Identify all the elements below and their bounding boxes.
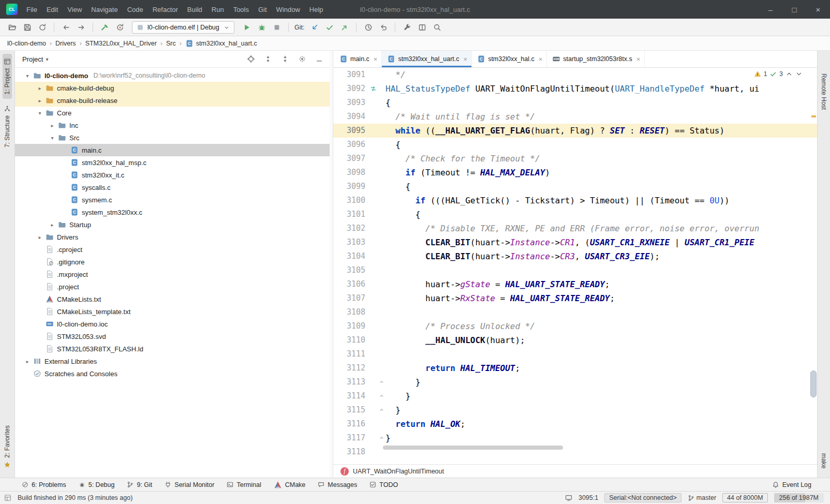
code-line-3107[interactable]: 3107 huart->RxState = HAL_UART_STATE_REA… [333, 291, 817, 305]
inspections-widget[interactable]: 1 3 [754, 70, 803, 78]
fold-marker-icon[interactable] [378, 431, 386, 445]
toolwindow-button-cmake[interactable]: CMake [274, 481, 306, 489]
scrollbar-thumb[interactable] [810, 370, 817, 397]
menu-navigate[interactable]: Navigate [86, 4, 122, 16]
chevron-right-icon[interactable]: ▸ [35, 98, 45, 103]
code-line-3102[interactable]: 3102 /* Disable TXE, RXNE, PE and ERR (F… [333, 221, 817, 235]
git-branch-widget[interactable]: master [688, 494, 716, 501]
breadcrumb-item-stm32l0xx-hal-driver[interactable]: STM32L0xx_HAL_Driver [85, 40, 157, 47]
code-line-3110[interactable]: 3110 __HAL_UNLOCK(huart); [333, 333, 817, 347]
toolwindow-button-5-debug[interactable]: 5: Debug [79, 481, 115, 488]
tree-item-cproject[interactable]: .cproject [15, 243, 330, 256]
breadcrumb-item-stm32l0xx-hal-uart-c[interactable]: Cstm32l0xx_hal_uart.c [185, 39, 257, 48]
toolwindow-button-6-problems[interactable]: 6: Problems [22, 481, 66, 488]
close-button[interactable]: × [806, 0, 830, 19]
history-button[interactable] [361, 21, 375, 34]
toolwindow-button-2-favorites[interactable]: 2: Favorites [3, 421, 12, 472]
tree-item-src[interactable]: ▾Src [15, 131, 330, 144]
save-all-button[interactable] [20, 21, 34, 34]
code-line-3116[interactable]: 3116 return HAL_OK; [333, 417, 817, 431]
heap-widget[interactable]: 44 of 8000M [722, 493, 768, 502]
tree-item-sysmem-c[interactable]: Csysmem.c [15, 194, 330, 206]
tree-item-mxproject[interactable]: .mxproject [15, 268, 330, 280]
toolwindow-button-serial-monitor[interactable]: Serial Monitor [165, 481, 214, 488]
fold-marker-icon[interactable] [378, 403, 386, 417]
diff-button[interactable] [415, 21, 429, 34]
editor-tab-stm32l0xx-hal-c[interactable]: Cstm32l0xx_hal.c× [472, 51, 547, 67]
function-name[interactable]: UART_WaitOnFlagUntilTimeout [353, 468, 444, 475]
tree-item-inc[interactable]: ▸Inc [15, 119, 330, 131]
locate-file-button[interactable] [245, 53, 257, 65]
code-line-3095[interactable]: 3095 while ((__HAL_UART_GET_FLAG(huart, … [333, 124, 817, 138]
build-hammer-button[interactable] [98, 21, 112, 34]
menu-window[interactable]: Window [272, 4, 305, 16]
code-line-3103[interactable]: 3103 CLEAR_BIT(huart->Instance->CR1, (US… [333, 235, 817, 249]
tab-close-icon[interactable]: × [464, 55, 468, 63]
tree-item-cmake-build-release[interactable]: ▸cmake-build-release [15, 94, 330, 107]
tab-close-icon[interactable]: × [539, 55, 543, 63]
serial-status-widget[interactable]: Serial:<Not connected> [604, 493, 681, 502]
toolwindow-button-todo[interactable]: TODO [369, 481, 398, 488]
tree-item-scratches-and-consoles[interactable]: Scratches and Consoles [15, 367, 330, 380]
tree-item-syscalls-c[interactable]: Csyscalls.c [15, 181, 330, 194]
toolwindow-button-9-git[interactable]: 9: Git [127, 481, 152, 488]
code-line-3096[interactable]: 3096 { [333, 138, 817, 152]
toolwindow-button-messages[interactable]: Messages [318, 481, 357, 488]
chevron-right-icon[interactable]: ▸ [47, 123, 57, 128]
settings-wrench-button[interactable] [400, 21, 414, 34]
code-line-3097[interactable]: 3097 /* Check for the Timeout */ [333, 152, 817, 166]
toolwindow-switcher-icon[interactable] [4, 494, 11, 501]
code-line-3114[interactable]: 3114 } [333, 389, 817, 403]
breadcrumb-item-l0-clion-demo[interactable]: l0-clion-demo [7, 40, 46, 47]
code-lines[interactable]: 3091 */3092HAL_StatusTypeDef UART_WaitOn… [333, 68, 817, 464]
tree-item-stm32l0xx-it-c[interactable]: Cstm32l0xx_it.c [15, 169, 330, 181]
reload-cmake-button[interactable] [113, 21, 127, 34]
horizontal-scrollbar[interactable] [383, 446, 563, 450]
fold-marker-icon[interactable] [378, 375, 386, 389]
tab-close-icon[interactable]: × [374, 55, 378, 63]
code-line-3113[interactable]: 3113 } [333, 375, 817, 389]
code-line-3111[interactable]: 3111 [333, 347, 817, 361]
sync-button[interactable] [35, 21, 49, 34]
menu-git[interactable]: Git [254, 4, 272, 16]
tree-item-cmakelists-template-txt[interactable]: CMakeLists_template.txt [15, 305, 330, 318]
code-line-3099[interactable]: 3099 { [333, 180, 817, 194]
prev-problem-chevron-icon[interactable] [785, 70, 793, 78]
menu-tools[interactable]: Tools [229, 4, 254, 16]
menu-run[interactable]: Run [207, 4, 229, 16]
tree-item-system-stm32l0xx-c[interactable]: Csystem_stm32l0xx.c [15, 206, 330, 218]
code-line-3112[interactable]: 3112 return HAL_TIMEOUT; [333, 361, 817, 375]
code-line-3098[interactable]: 3098 if (Timeout != HAL_MAX_DELAY) [333, 166, 817, 180]
git-commit-button[interactable] [322, 21, 336, 34]
open-button[interactable] [5, 21, 19, 34]
stop-button[interactable] [270, 21, 284, 34]
search-everywhere-button[interactable] [430, 21, 444, 34]
tree-item-stm32l0xx-hal-msp-c[interactable]: Cstm32l0xx_hal_msp.c [15, 156, 330, 169]
caret-position[interactable]: 3095:1 [579, 494, 598, 501]
code-line-3109[interactable]: 3109 /* Process Unlocked */ [333, 319, 817, 333]
editor-tab-startup-stm32l053r8tx-s[interactable]: ASMstartup_stm32l053r8tx.s× [547, 51, 645, 67]
menu-code[interactable]: Code [123, 4, 148, 16]
tree-item-stm32l053-svd[interactable]: STM32L053.svd [15, 330, 330, 343]
menu-file[interactable]: File [22, 4, 42, 16]
tree-item-startup[interactable]: ▸Startup [15, 218, 330, 231]
fold-marker-icon[interactable] [378, 389, 386, 403]
code-line-3106[interactable]: 3106 huart->gState = HAL_UART_STATE_READ… [333, 277, 817, 291]
tree-item-main-c[interactable]: Cmain.c [15, 144, 330, 156]
collapse-all-button[interactable] [279, 53, 291, 65]
tree-item-gitignore[interactable]: .gitignore [15, 256, 330, 268]
memory-indicator[interactable]: 256 of 1987M [774, 493, 824, 502]
tree-item-cmakelists-txt[interactable]: CMakeLists.txt [15, 293, 330, 305]
hide-panel-button[interactable] [313, 53, 325, 65]
menu-edit[interactable]: Edit [42, 4, 63, 16]
vertical-scrollbar[interactable] [810, 68, 817, 464]
editor-tab-main-c[interactable]: Cmain.c× [334, 51, 382, 67]
run-button[interactable] [240, 21, 254, 34]
toolwindow-button-terminal[interactable]: Terminal [227, 481, 261, 488]
panel-splitter[interactable] [330, 51, 333, 478]
monitor-icon[interactable] [565, 494, 572, 501]
run-configuration-select[interactable]: l0-clion-demo.elf | Debug [132, 21, 234, 34]
chevron-down-icon[interactable]: ▾ [47, 135, 57, 141]
chevron-right-icon[interactable]: ▸ [35, 85, 45, 91]
expand-all-button[interactable] [262, 53, 274, 65]
